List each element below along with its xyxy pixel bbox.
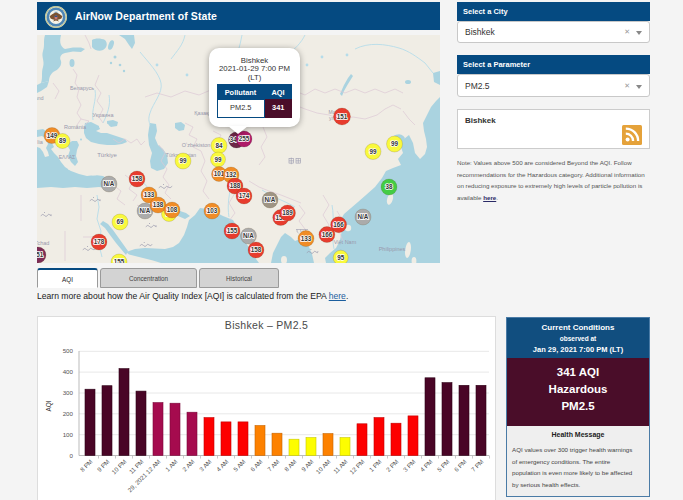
svg-text:4 AM: 4 AM (215, 458, 230, 473)
svg-text:12 PM: 12 PM (348, 458, 366, 476)
svg-text:N/A: N/A (265, 196, 276, 203)
svg-text:400: 400 (63, 368, 74, 375)
svg-text:178: 178 (94, 238, 105, 245)
svg-text:AQI: AQI (45, 400, 53, 411)
svg-text:9 AM: 9 AM (300, 458, 315, 473)
svg-text:8 PM: 8 PM (79, 458, 94, 473)
svg-text:133: 133 (144, 191, 155, 198)
svg-text:99: 99 (369, 148, 377, 155)
svg-text:7 PM: 7 PM (470, 458, 485, 473)
svg-text:38: 38 (385, 183, 393, 190)
svg-text:and: and (37, 95, 44, 101)
svg-text:N/A: N/A (243, 232, 254, 239)
svg-text:Philippines: Philippines (379, 246, 406, 252)
svg-text:99: 99 (179, 157, 187, 164)
svg-text:3 AM: 3 AM (198, 458, 213, 473)
svg-text:10 PM: 10 PM (110, 458, 128, 476)
svg-text:Việt Nam: Việt Nam (334, 239, 357, 245)
svg-text:200: 200 (63, 410, 74, 417)
svg-text:103: 103 (207, 207, 218, 214)
svg-text:0: 0 (70, 452, 74, 459)
svg-text:Беларусь: Беларусь (70, 85, 94, 91)
svg-text:99: 99 (391, 140, 399, 147)
svg-text:2 AM: 2 AM (181, 458, 196, 473)
svg-text:251: 251 (37, 251, 44, 258)
svg-text:166: 166 (322, 231, 333, 238)
svg-text:158: 158 (132, 175, 143, 182)
svg-text:188: 188 (230, 182, 241, 189)
svg-text:6 AM: 6 AM (249, 458, 264, 473)
svg-text:132: 132 (226, 171, 237, 178)
svg-text:1 PM: 1 PM (368, 458, 383, 473)
svg-text:300: 300 (63, 389, 74, 396)
svg-text:255: 255 (239, 135, 250, 142)
svg-text:9 PM: 9 PM (96, 458, 111, 473)
svg-text:4 PM: 4 PM (419, 458, 434, 473)
svg-text:99: 99 (214, 156, 222, 163)
svg-text:Украина: Украина (93, 112, 115, 118)
svg-text:2 PM: 2 PM (385, 458, 400, 473)
svg-text:Oʻzbekiston: Oʻzbekiston (182, 142, 211, 148)
svg-text:5 AM: 5 AM (232, 458, 247, 473)
svg-text:108: 108 (167, 206, 178, 213)
svg-text:158: 158 (251, 246, 262, 253)
svg-text:ΕΛΛΑΣ: ΕΛΛΑΣ (59, 154, 75, 160)
svg-text:69: 69 (116, 218, 124, 225)
svg-text:84: 84 (215, 142, 223, 149)
svg-text:lia: lia (37, 139, 43, 145)
svg-text:155: 155 (227, 227, 238, 234)
svg-text:1 AM: 1 AM (164, 458, 179, 473)
svg-text:500: 500 (63, 347, 74, 354)
svg-text:155: 155 (114, 258, 125, 263)
svg-text:89: 89 (59, 137, 67, 144)
svg-text:Türkiye: Türkiye (97, 152, 117, 158)
svg-text:6 PM: 6 PM (453, 458, 468, 473)
svg-text:100: 100 (63, 431, 74, 438)
svg-text:174: 174 (239, 192, 250, 199)
svg-text:166: 166 (333, 221, 344, 228)
svg-text:8 AM: 8 AM (283, 458, 298, 473)
svg-text:11 AM: 11 AM (332, 458, 349, 475)
svg-text:N/A: N/A (104, 180, 115, 187)
svg-text:N/A: N/A (358, 213, 369, 220)
svg-text:10 AM: 10 AM (314, 458, 331, 475)
svg-text:189: 189 (282, 209, 293, 216)
svg-text:România: România (64, 124, 87, 130)
svg-text:95: 95 (337, 254, 345, 261)
svg-text:151: 151 (337, 113, 348, 120)
svg-text:7 AM: 7 AM (266, 458, 281, 473)
svg-text:Tchad: Tchad (37, 240, 49, 246)
svg-text:133: 133 (301, 235, 312, 242)
svg-text:N/A: N/A (140, 207, 151, 214)
svg-text:5 PM: 5 PM (436, 458, 451, 473)
svg-text:3 PM: 3 PM (402, 458, 417, 473)
svg-text:138: 138 (153, 201, 164, 208)
